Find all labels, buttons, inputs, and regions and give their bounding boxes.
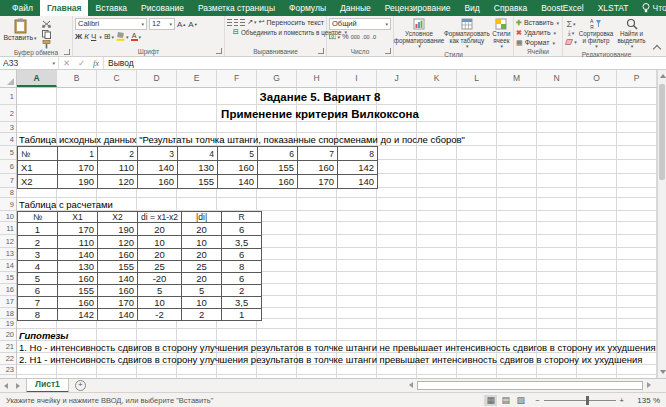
source-data-table-cell-r5c2[interactable]: 1 (58, 147, 98, 161)
ribbon-tab-Рисование[interactable]: Рисование (134, 0, 191, 16)
font-color-button[interactable]: А ▾ (131, 33, 142, 41)
calculation-table-cell-r15c6[interactable]: 6 (222, 273, 262, 285)
calculation-table-cell-r12c1[interactable]: 2 (18, 236, 58, 249)
calculation-table-cell-r15c2[interactable]: 160 (58, 273, 98, 285)
page-layout-view-button[interactable]: ▤ (499, 395, 512, 406)
source-data-table-cell-r5c6[interactable]: 5 (218, 147, 258, 161)
font-size-select[interactable]: 12▾ (149, 18, 175, 30)
row-header-20[interactable]: 20 (0, 329, 16, 341)
calculation-table-cell-r14c6[interactable]: 8 (222, 261, 262, 273)
sort-filter-button[interactable]: А Я Сортировка и фильтр▾ (579, 18, 613, 50)
calculation-table-cell-r12c3[interactable]: 120 (98, 236, 138, 249)
insert-cells-button[interactable]: ✚ Вставить▾ (516, 18, 560, 27)
calculation-table-cell-r16c2[interactable]: 155 (58, 285, 98, 297)
increase-decimal-button[interactable]: .00 (362, 34, 370, 40)
row-header-6[interactable]: 6 (0, 160, 16, 174)
column-header-J[interactable]: J (377, 70, 417, 87)
comma-style-button[interactable]: 000 (351, 34, 360, 40)
align-middle-button[interactable] (234, 19, 239, 26)
find-select-button[interactable]: Найти и выделить▾ (615, 18, 648, 50)
column-header-F[interactable]: F (217, 70, 257, 87)
vertical-scrollbar[interactable] (657, 70, 666, 378)
source-data-table-cell-r6c7[interactable]: 155 (258, 161, 298, 175)
font-name-select[interactable]: Calibri▾ (75, 18, 147, 30)
source-data-table-cell-r5c5[interactable]: 4 (178, 147, 218, 161)
cut-button[interactable] (40, 20, 52, 28)
calculation-table-cell-r10c1[interactable]: № (18, 212, 58, 223)
cell-title-1[interactable]: Задание 5. Вариант 8 (17, 88, 623, 105)
cell-hypothesis-2[interactable]: 2. Н1 - интенсивность сдвигов в сторону … (19, 353, 643, 365)
zoom-out-button[interactable]: − (535, 396, 539, 405)
paste-button[interactable]: Вставить▾ (2, 18, 38, 41)
shrink-font-button[interactable]: А▼ (188, 20, 197, 29)
ribbon-tab-Формулы[interactable]: Формулы (282, 0, 333, 16)
calculation-table-cell-r15c3[interactable]: 140 (98, 273, 138, 285)
align-top-button[interactable] (227, 19, 232, 26)
source-data-table-cell-r6c4[interactable]: 140 (138, 161, 178, 175)
calculation-table-cell-r17c3[interactable]: 170 (98, 297, 138, 309)
calculation-table-cell-r18c1[interactable]: 8 (18, 309, 58, 321)
calculation-table-cell-r17c4[interactable]: 10 (138, 297, 182, 309)
ribbon-tab-Файл[interactable]: Файл (5, 0, 40, 16)
ribbon-tab-BoostExcel[interactable]: BoostExcel (534, 0, 591, 16)
cancel-button[interactable]: ✕ (63, 58, 70, 68)
column-header-A[interactable]: A (17, 70, 57, 87)
column-header-B[interactable]: B (57, 70, 97, 87)
conditional-formatting-button[interactable]: Условное форматирование▾ (396, 18, 442, 50)
fill-button[interactable]: ⤓▾ (565, 29, 577, 37)
source-data-table-cell-r7c3[interactable]: 120 (98, 175, 138, 189)
cell-styles-button[interactable]: Стили ячеек▾ (492, 18, 511, 50)
calculation-table-cell-r10c3[interactable]: X2 (98, 212, 138, 223)
borders-button[interactable]: ⊞▾ (104, 32, 114, 41)
italic-button[interactable]: К (84, 32, 89, 41)
insert-function-button[interactable]: fx (93, 58, 99, 68)
accounting-format-button[interactable]: ▾ (329, 32, 340, 41)
calculation-table-cell-r17c5[interactable]: 10 (182, 297, 222, 309)
source-data-table-cell-r5c3[interactable]: 2 (98, 147, 138, 161)
decrease-decimal-button[interactable]: .0 (372, 34, 377, 40)
source-data-table-cell-r5c1[interactable]: № (18, 147, 58, 161)
row-header-13[interactable]: 13 (0, 248, 16, 260)
zoom-level[interactable]: 135 % (630, 396, 660, 405)
calculation-table-cell-r17c1[interactable]: 7 (18, 297, 58, 309)
row-header-22[interactable]: 22 (0, 353, 16, 365)
calculation-table-cell-r14c5[interactable]: 25 (182, 261, 222, 273)
row-header-4[interactable]: 4 (0, 133, 16, 146)
column-header-G[interactable]: G (257, 70, 297, 87)
calculation-table-cell-r18c4[interactable]: -2 (138, 309, 182, 321)
calculation-table-cell-r16c4[interactable]: 5 (138, 285, 182, 297)
source-data-table-cell-r6c2[interactable]: 170 (58, 161, 98, 175)
calculation-table-cell-r15c5[interactable]: 20 (182, 273, 222, 285)
formula-input[interactable]: Вывод (104, 57, 666, 69)
calculation-table-cell-r16c1[interactable]: 6 (18, 285, 58, 297)
calculation-table-cell-r18c6[interactable]: 1 (222, 309, 262, 321)
source-data-table-cell-r6c8[interactable]: 160 (298, 161, 338, 175)
row-header-3[interactable]: 3 (0, 122, 16, 133)
source-data-table-cell-r5c4[interactable]: 3 (138, 147, 178, 161)
calculation-table-cell-r14c4[interactable]: 25 (138, 261, 182, 273)
align-bottom-button[interactable] (240, 19, 245, 26)
number-dialog-launcher[interactable] (385, 48, 391, 54)
underline-button[interactable]: Ч (91, 32, 96, 41)
column-header-D[interactable]: D (137, 70, 177, 87)
cell-hypotheses-title[interactable]: Гипотезы (19, 329, 68, 341)
format-cells-button[interactable]: ▦ Формат▾ (516, 38, 560, 47)
column-header-M[interactable]: M (497, 70, 537, 87)
row-header-15[interactable]: 15 (0, 272, 16, 284)
calculation-table-cell-r15c4[interactable]: -20 (138, 273, 182, 285)
row-header-9[interactable]: 9 (0, 198, 16, 211)
enter-button[interactable]: ✓ (78, 58, 85, 68)
column-header-L[interactable]: L (457, 70, 497, 87)
sheet-tab[interactable]: Лист1 (26, 378, 69, 393)
source-data-table-cell-r7c1[interactable]: X2 (18, 175, 58, 189)
autosum-button[interactable]: Σ▾ (565, 20, 577, 28)
row-header-19[interactable]: 19 (0, 319, 16, 329)
calculation-table-cell-r18c2[interactable]: 142 (58, 309, 98, 321)
clear-button[interactable]: ▾ (565, 38, 577, 46)
calculation-table-cell-r10c4[interactable]: di = x1-x2 (138, 212, 182, 223)
ribbon-tab-XLSTAT[interactable]: XLSTAT (591, 0, 636, 16)
bold-button[interactable]: Ж (75, 32, 82, 41)
calculation-table-cell-r11c5[interactable]: 20 (182, 223, 222, 236)
column-header-C[interactable]: C (97, 70, 137, 87)
clipboard-dialog-launcher[interactable] (64, 49, 70, 55)
